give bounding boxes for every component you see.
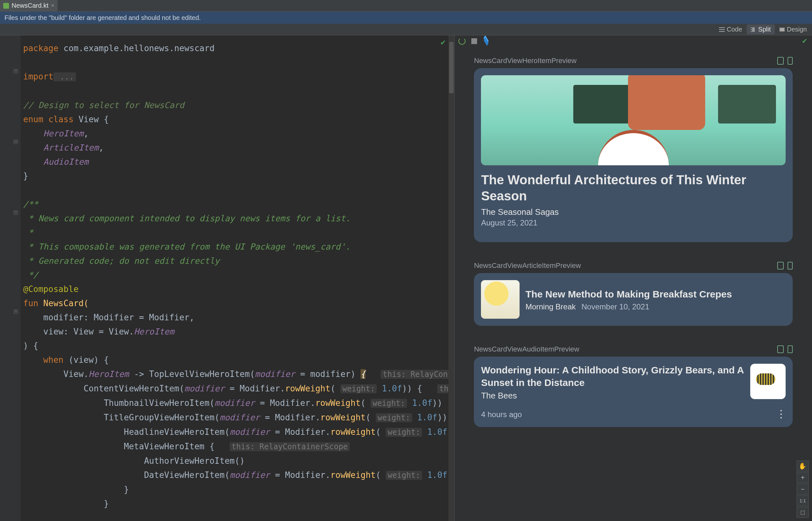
code-editor[interactable]: ✔ package com.example.hellonews.newscard…: [0, 36, 455, 521]
article-author: Morning Break: [525, 302, 576, 311]
preview-article: NewsCardViewArticleItemPreview The New M…: [474, 262, 793, 326]
article-card[interactable]: The New Method to Making Breakfast Crepe…: [474, 273, 793, 326]
design-icon: [779, 27, 785, 32]
article-thumbnail: [481, 280, 520, 319]
tab-label: NewsCard.kt: [12, 2, 48, 9]
deploy-emulator-icon[interactable]: [788, 57, 793, 65]
article-date: November 10, 2021: [582, 302, 650, 311]
preview-surface[interactable]: NewsCardViewHeroItemPreview The Wonderfu…: [455, 47, 812, 521]
deploy-device-icon[interactable]: [777, 262, 784, 270]
analysis-ok-icon[interactable]: ✔: [440, 39, 446, 47]
audio-thumbnail: [750, 364, 786, 399]
scrollbar-thumb[interactable]: [449, 42, 454, 93]
editor-tab-row: NewsCard.kt ×: [0, 0, 812, 12]
interactive-preview-icon[interactable]: [471, 38, 477, 44]
banner-text: Files under the "build" folder are gener…: [4, 14, 201, 22]
hero-headline: The Wonderful Architectures of This Wint…: [481, 172, 786, 204]
fold-icon[interactable]: [14, 210, 18, 215]
zoom-controls: ✋ + − 1:1 □: [796, 460, 809, 518]
more-icon[interactable]: ⋮: [776, 408, 786, 420]
zoom-ratio-button[interactable]: 1:1: [796, 495, 809, 506]
hero-author: The Seasonal Sagas: [481, 207, 786, 217]
mode-design[interactable]: Design: [775, 24, 811, 35]
audio-headline: Wondering Hour: A Childhood Story, Grizz…: [481, 364, 744, 389]
hero-card[interactable]: The Wonderful Architectures of This Wint…: [474, 68, 793, 242]
zoom-in-button[interactable]: +: [796, 472, 809, 483]
deploy-device-icon[interactable]: [777, 345, 784, 353]
fold-icon[interactable]: [14, 309, 18, 314]
split-icon: [750, 27, 756, 32]
generated-files-banner: Files under the "build" folder are gener…: [0, 12, 812, 24]
deploy-emulator-icon[interactable]: [788, 345, 793, 353]
article-headline: The New Method to Making Breakfast Crepe…: [525, 288, 732, 300]
preview-audio: NewsCardViewAudioItemPreview Wondering H…: [474, 345, 793, 427]
editor-scrollbar[interactable]: [449, 36, 454, 521]
mode-code[interactable]: Code: [715, 24, 746, 35]
audio-time: 4 hours ago: [481, 410, 522, 419]
kotlin-file-icon: [3, 3, 9, 9]
preview-name: NewsCardViewAudioItemPreview: [474, 345, 579, 354]
fold-icon[interactable]: [14, 69, 18, 73]
fold-icon[interactable]: [14, 140, 18, 144]
deploy-device-icon[interactable]: [777, 57, 784, 65]
zoom-out-button[interactable]: −: [796, 484, 809, 495]
compose-preview-pane: ✔ NewsCardViewHeroItemPreview The Wonder…: [455, 36, 812, 521]
audio-author: The Bees: [481, 391, 744, 401]
preview-hero: NewsCardViewHeroItemPreview The Wonderfu…: [474, 56, 793, 242]
audio-card[interactable]: Wondering Hour: A Childhood Story, Grizz…: [474, 357, 793, 427]
preview-ok-icon: ✔: [802, 37, 808, 45]
mode-split[interactable]: Split: [747, 24, 775, 35]
view-mode-toolbar: Code Split Design: [0, 24, 812, 36]
tab-newscard[interactable]: NewsCard.kt ×: [0, 0, 58, 11]
preview-toolbar: ✔: [455, 36, 812, 47]
refresh-icon[interactable]: [458, 38, 466, 45]
hero-date: August 25, 2021: [481, 218, 786, 227]
code-area[interactable]: package com.example.hellonews.newscard i…: [21, 36, 454, 521]
editor-gutter[interactable]: [0, 36, 21, 521]
pan-button[interactable]: ✋: [796, 460, 809, 472]
close-icon[interactable]: ×: [51, 2, 54, 9]
zoom-fit-button[interactable]: □: [796, 507, 809, 518]
deploy-emulator-icon[interactable]: [788, 262, 793, 270]
preview-name: NewsCardViewArticleItemPreview: [474, 262, 581, 270]
hero-thumbnail: [481, 75, 786, 165]
preview-name: NewsCardViewHeroItemPreview: [474, 56, 577, 65]
lines-icon: [719, 27, 725, 32]
layers-icon[interactable]: [483, 38, 489, 44]
